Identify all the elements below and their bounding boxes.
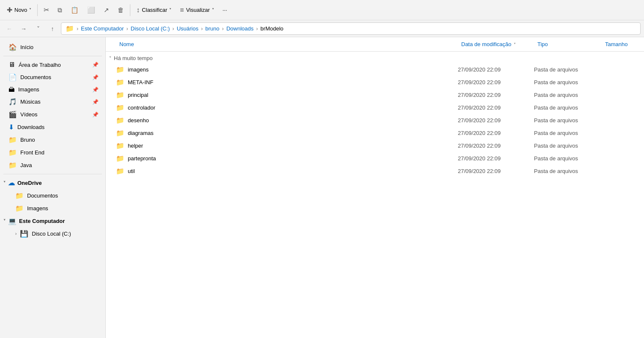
- toolbar-sep-1: [37, 4, 38, 16]
- up-button[interactable]: ↑: [47, 23, 58, 35]
- sidebar-java-label: Java: [20, 162, 99, 168]
- file-type-7: Pasta de arquivos: [534, 155, 602, 162]
- column-headers: Nome Data de modificação ˅ Tipo Tamanho: [106, 37, 644, 52]
- col-header-size[interactable]: Tamanho: [602, 38, 644, 50]
- paste-button[interactable]: 📋: [67, 4, 82, 16]
- sidebar-item-music[interactable]: 🎵 Músicas 📌: [2, 96, 104, 108]
- delete-button[interactable]: 🗑: [114, 4, 127, 16]
- more-button[interactable]: ···: [219, 5, 231, 15]
- sidebar-item-images[interactable]: 🏔 Imagens 📌: [2, 84, 104, 95]
- file-type-2: Pasta de arquivos: [534, 92, 602, 98]
- col-header-date[interactable]: Data de modificação ˅: [458, 38, 534, 50]
- file-date-0: 27/09/2020 22:09: [458, 66, 534, 73]
- classificar-button[interactable]: ↕ Classificar ˅: [133, 4, 175, 16]
- file-date-4: 27/09/2020 22:09: [458, 117, 534, 124]
- file-name-cell-8: 📁 util: [116, 167, 458, 175]
- addressbar-crumb-5: brModelo: [261, 25, 283, 32]
- addressbar[interactable]: 📁 › Este Computador › Disco Local (C:) ›…: [61, 22, 641, 35]
- documents-icon: 📄: [8, 73, 17, 81]
- table-row[interactable]: 📁 controlador 27/09/2020 22:09 Pasta de …: [106, 101, 644, 114]
- cut-icon: ✂: [44, 6, 49, 14]
- addressbar-crumb-0[interactable]: Este Computador: [81, 25, 124, 32]
- rename-icon: ⬜: [87, 6, 95, 14]
- cut-button[interactable]: ✂: [40, 4, 52, 16]
- sidebar: 🏠 Início 🖥 Área de Trabalho 📌 📄 Document…: [0, 37, 106, 338]
- sidebar-item-home[interactable]: 🏠 Início: [2, 41, 104, 53]
- forward-button[interactable]: →: [18, 23, 30, 35]
- novo-button[interactable]: ✚ Novo ˅: [3, 4, 35, 16]
- copy-button[interactable]: ⧉: [54, 4, 66, 16]
- back-icon: ←: [6, 25, 12, 32]
- file-name-5: diagramas: [128, 130, 154, 136]
- table-row[interactable]: 📁 imagens 27/09/2020 22:09 Pasta de arqu…: [106, 63, 644, 76]
- sidebar-item-bruno[interactable]: 📁 Bruno: [2, 134, 104, 146]
- folder-icon-4: 📁: [116, 116, 124, 124]
- group-chevron-icon[interactable]: ˅: [109, 56, 111, 60]
- sidebar-downloads-label: Downloads: [17, 124, 99, 130]
- table-row[interactable]: 📁 helper 27/09/2020 22:09 Pasta de arqui…: [106, 139, 644, 152]
- computer-icon: 💻: [8, 217, 17, 225]
- computer-chevron-icon: ˅: [3, 219, 6, 223]
- sidebar-computer-header[interactable]: ˅ 💻 Este Computador: [0, 215, 105, 227]
- table-row[interactable]: 📁 util 27/09/2020 22:09 Pasta de arquivo…: [106, 165, 644, 177]
- sidebar-item-downloads[interactable]: ⬇ Downloads: [2, 121, 104, 133]
- table-row[interactable]: 📁 diagramas 27/09/2020 22:09 Pasta de ar…: [106, 126, 644, 139]
- visualizar-button[interactable]: ≡ Visualizar ˅: [176, 4, 217, 16]
- file-type-1: Pasta de arquivos: [534, 79, 602, 85]
- disco-local-icon: 💾: [20, 230, 28, 238]
- addressbar-crumb-4[interactable]: Downloads: [226, 25, 253, 32]
- sidebar-item-desktop[interactable]: 🖥 Área de Trabalho 📌: [2, 59, 104, 71]
- col-date-chevron-icon: ˅: [514, 42, 516, 47]
- addressbar-sep-1: ›: [127, 25, 128, 32]
- toolbar-sep-2: [130, 4, 130, 16]
- sidebar-documents-label: Documentos: [20, 74, 89, 80]
- file-name-1: META-INF: [128, 79, 153, 85]
- rename-button[interactable]: ⬜: [84, 4, 99, 16]
- table-row[interactable]: 📁 partepronta 27/09/2020 22:09 Pasta de …: [106, 152, 644, 165]
- addressbar-folder-icon: 📁: [66, 25, 74, 33]
- sidebar-videos-label: Vídeos: [20, 111, 89, 118]
- file-date-6: 27/09/2020 22:09: [458, 143, 534, 149]
- col-header-name[interactable]: Nome: [116, 38, 458, 50]
- sidebar-item-onedrive-docs[interactable]: 📁 Documentos: [2, 190, 104, 202]
- sidebar-item-java[interactable]: 📁 Java: [2, 159, 104, 171]
- paste-icon: 📋: [71, 6, 79, 14]
- file-date-7: 27/09/2020 22:09: [458, 155, 534, 162]
- sidebar-item-frontend[interactable]: 📁 Front End: [2, 146, 104, 159]
- table-row[interactable]: 📁 desenho 27/09/2020 22:09 Pasta de arqu…: [106, 114, 644, 126]
- music-icon: 🎵: [8, 98, 17, 106]
- videos-icon: 🎬: [8, 110, 17, 118]
- folder-icon-3: 📁: [116, 104, 124, 112]
- sidebar-desktop-label: Área de Trabalho: [19, 62, 89, 68]
- table-row[interactable]: 📁 META-INF 27/09/2020 22:09 Pasta de arq…: [106, 76, 644, 88]
- classificar-chevron-icon: ˅: [169, 8, 171, 12]
- col-header-type[interactable]: Tipo: [534, 38, 602, 50]
- file-name-cell-3: 📁 controlador: [116, 104, 458, 112]
- file-date-2: 27/09/2020 22:09: [458, 92, 534, 98]
- sidebar-item-videos[interactable]: 🎬 Vídeos 📌: [2, 108, 104, 121]
- folder-icon-5: 📁: [116, 129, 124, 137]
- nav-dropdown-button[interactable]: ˅: [32, 23, 44, 35]
- sidebar-onedrive-label: OneDrive: [17, 180, 42, 186]
- onedrive-images-icon: 📁: [15, 204, 24, 212]
- onedrive-chevron-icon: ˅: [3, 181, 6, 185]
- sidebar-onedrive-header[interactable]: ˅ ☁ OneDrive: [0, 177, 105, 189]
- table-row[interactable]: 📁 principal 27/09/2020 22:09 Pasta de ar…: [106, 88, 644, 101]
- sidebar-onedrive-docs-label: Documentos: [27, 192, 58, 199]
- addressbar-crumb-2[interactable]: Usuários: [177, 25, 198, 32]
- sidebar-item-disco-local[interactable]: › 💾 Disco Local (C:): [2, 228, 104, 240]
- folder-icon-8: 📁: [116, 167, 124, 175]
- addressbar-crumb-3[interactable]: bruno: [205, 25, 219, 32]
- home-icon: 🏠: [8, 43, 17, 51]
- share-button[interactable]: ↗: [100, 4, 113, 16]
- frontend-folder-icon: 📁: [8, 148, 17, 157]
- folder-icon-1: 📁: [116, 78, 124, 86]
- sidebar-item-documents[interactable]: 📄 Documentos 📌: [2, 71, 104, 83]
- sidebar-item-onedrive-images[interactable]: 📁 Imagens: [2, 202, 104, 214]
- back-button[interactable]: ←: [3, 23, 15, 35]
- disco-chevron-icon: ›: [15, 231, 17, 236]
- addressbar-crumb-1[interactable]: Disco Local (C:): [131, 25, 170, 32]
- addressbar-sep-3: ›: [201, 25, 203, 32]
- onedrive-cloud-icon: ☁: [8, 179, 15, 187]
- addressbar-sep-4: ›: [222, 25, 224, 32]
